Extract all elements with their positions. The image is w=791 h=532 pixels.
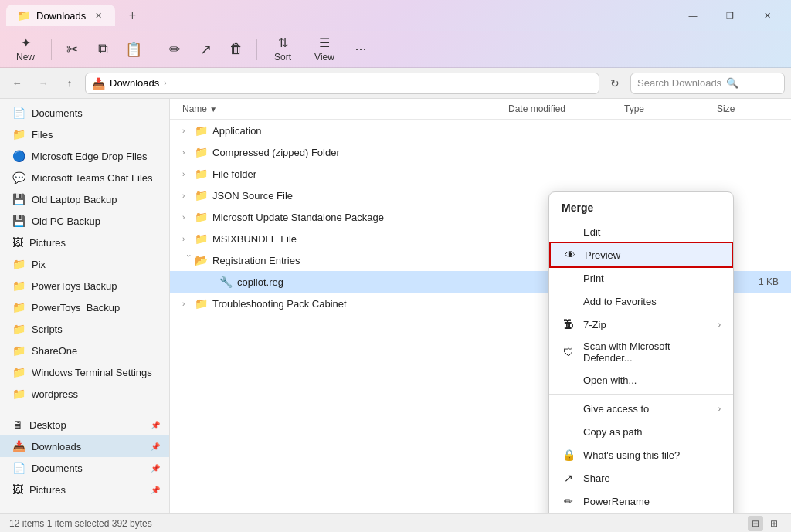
sidebar-item-desktop[interactable]: 🖥 Desktop 📌: [0, 414, 169, 435]
up-button[interactable]: ↑: [59, 73, 80, 94]
sidebar-label: Microsoft Teams Chat Files: [32, 172, 160, 184]
tab-close-button[interactable]: ✕: [92, 9, 104, 22]
cm-edit-label: Edit: [583, 226, 721, 238]
cm-path-label: Copy as path: [583, 426, 721, 438]
sort-button[interactable]: ⇅ Sort: [263, 32, 302, 66]
sidebar-item-documents[interactable]: 📄 Documents: [0, 102, 169, 124]
details-view-button[interactable]: ⊟: [748, 516, 763, 531]
pin-icon: 📌: [151, 421, 160, 429]
sidebar-label: wordpress: [32, 388, 160, 400]
cm-share[interactable]: ↗ Share: [549, 466, 733, 490]
old-pc-icon: 💾: [12, 215, 25, 227]
path-chevron: ›: [164, 79, 166, 87]
cm-open-with[interactable]: Open with...: [549, 368, 733, 391]
toolbar-separator-1: [51, 39, 52, 60]
cm-7zip[interactable]: 🗜 7-Zip ›: [549, 313, 733, 336]
paste-button[interactable]: 📋: [120, 36, 148, 63]
cm-scan[interactable]: 🛡 Scan with Microsoft Defender...: [549, 336, 733, 368]
back-button[interactable]: ←: [6, 73, 28, 94]
sidebar-label: Documents: [32, 463, 144, 474]
cm-give-access[interactable]: Give access to ›: [549, 397, 733, 420]
context-menu: Merge Edit 👁 Preview Print Add to Favori…: [548, 191, 734, 513]
copy-button[interactable]: ⧉: [89, 36, 117, 63]
pix-icon: 📁: [12, 258, 25, 270]
toolbar: ✦ New ✂ ⧉ 📋 ✏ ↗ 🗑 ⇅ Sort ☰ View ···: [0, 31, 791, 68]
cut-icon: ✂: [66, 41, 78, 58]
delete-button[interactable]: 🗑: [222, 36, 250, 63]
file-content: Name ▼ Date modified Type Size › 📁 Appli…: [170, 99, 791, 513]
scripts-icon: 📁: [12, 323, 25, 335]
pin-icon: 📌: [151, 464, 160, 473]
cm-power-rename[interactable]: ✏ PowerRename: [549, 490, 733, 513]
sidebar-item-pictures-pinned[interactable]: 🖼 Pictures 📌: [0, 479, 169, 500]
new-label: New: [16, 52, 35, 63]
pictures-pinned-icon: 🖼: [12, 483, 23, 496]
cm-open-icon: [562, 373, 575, 387]
refresh-button[interactable]: ↻: [604, 73, 626, 94]
restore-button[interactable]: ❐: [712, 3, 748, 28]
sidebar-label: PowerToys Backup: [32, 280, 160, 292]
sidebar-item-old-pc[interactable]: 💾 Old PC Backup: [0, 210, 169, 232]
tab-title: Downloads: [36, 10, 86, 22]
downloads-icon: 📥: [12, 440, 25, 452]
close-button[interactable]: ✕: [749, 3, 785, 28]
new-button[interactable]: ✦ New: [6, 32, 45, 66]
cm-merge[interactable]: Merge: [549, 195, 733, 220]
cm-7zip-label: 7-Zip: [583, 319, 711, 330]
cm-whats-using[interactable]: 🔒 What's using this file?: [549, 443, 733, 466]
sidebar-label: Pictures: [29, 484, 144, 496]
sidebar-item-files[interactable]: 📁 Files: [0, 124, 169, 145]
cm-print[interactable]: Print: [549, 266, 733, 290]
sidebar-item-pix[interactable]: 📁 Pix: [0, 253, 169, 275]
view-button[interactable]: ☰ View: [305, 32, 344, 66]
sidebar-item-downloads[interactable]: 📥 Downloads 📌: [0, 435, 169, 457]
title-bar: 📁 Downloads ✕ + — ❐ ✕: [0, 0, 791, 31]
rename-icon: ✏: [169, 41, 181, 58]
new-tab-button[interactable]: +: [121, 5, 143, 26]
cut-button[interactable]: ✂: [58, 36, 86, 63]
forward-button[interactable]: →: [32, 73, 54, 94]
paste-icon: 📋: [125, 41, 142, 58]
main-layout: 📄 Documents 📁 Files 🔵 Microsoft Edge Dro…: [0, 99, 791, 513]
sidebar-item-edge-drop[interactable]: 🔵 Microsoft Edge Drop Files: [0, 145, 169, 167]
cm-powerrename-label: PowerRename: [583, 496, 721, 507]
sidebar-item-old-laptop[interactable]: 💾 Old Laptop Backup: [0, 188, 169, 210]
sidebar-item-powertoys-backup2[interactable]: 📁 PowerToys_Backup: [0, 296, 169, 318]
tiles-view-button[interactable]: ⊞: [766, 516, 782, 531]
cm-add-favorites[interactable]: Add to Favorites: [549, 290, 733, 313]
cm-copy-path[interactable]: Copy as path: [549, 420, 733, 443]
search-box[interactable]: Search Downloads 🔍: [630, 73, 785, 94]
cm-restore-previous[interactable]: Restore previous versions: [549, 513, 733, 513]
cm-scan-label: Scan with Microsoft Defender...: [583, 341, 721, 364]
minimize-button[interactable]: —: [675, 3, 711, 28]
documents-pinned-icon: 📄: [12, 462, 25, 474]
window-controls: — ❐ ✕: [675, 3, 785, 28]
sidebar-item-pictures[interactable]: 🖼 Pictures: [0, 232, 169, 253]
sidebar-item-wordpress[interactable]: 📁 wordpress: [0, 383, 169, 405]
tab-folder-icon: 📁: [17, 9, 30, 22]
more-icon: ···: [355, 41, 366, 57]
cm-path-icon: [562, 425, 575, 439]
share-button[interactable]: ↗: [192, 36, 219, 63]
more-button[interactable]: ···: [347, 36, 375, 63]
sidebar-item-windows-terminal[interactable]: 📁 Windows Terminal Settings: [0, 361, 169, 383]
sidebar-item-documents-pinned[interactable]: 📄 Documents 📌: [0, 457, 169, 479]
sidebar-item-teams[interactable]: 💬 Microsoft Teams Chat Files: [0, 167, 169, 188]
cm-preview-icon: 👁: [563, 248, 577, 262]
sidebar-label: Desktop: [29, 419, 144, 431]
sidebar-item-scripts[interactable]: 📁 Scripts: [0, 318, 169, 340]
sidebar-item-powertoys-backup[interactable]: 📁 PowerToys Backup: [0, 275, 169, 296]
address-path[interactable]: 📥 Downloads ›: [85, 73, 599, 94]
pictures-icon: 🖼: [12, 236, 23, 249]
view-toggle: ⊟ ⊞: [748, 516, 782, 531]
cm-edit[interactable]: Edit: [549, 220, 733, 243]
active-tab[interactable]: 📁 Downloads ✕: [6, 5, 115, 26]
rename-button[interactable]: ✏: [161, 36, 188, 63]
cm-powerrename-icon: ✏: [562, 494, 575, 508]
cm-edit-icon: [562, 225, 575, 239]
sidebar-item-shareone[interactable]: 📁 ShareOne: [0, 340, 169, 361]
cm-preview[interactable]: 👁 Preview: [549, 242, 733, 268]
sidebar-label: Downloads: [32, 441, 144, 452]
cm-share-icon: ↗: [562, 471, 575, 485]
cm-arrow-icon: ›: [718, 405, 721, 413]
